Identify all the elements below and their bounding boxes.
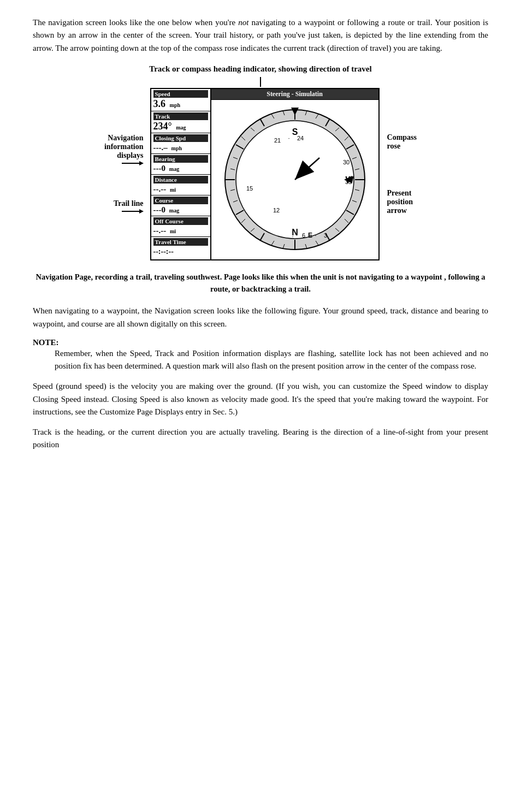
field-bearing-label: Bearing: [153, 155, 208, 163]
note-body: Remember, when the Speed, Track and Posi…: [55, 347, 488, 373]
field-travel-time: Travel Time --:--:--: [151, 237, 210, 258]
diagram-title: Track or compass heading indicator, show…: [33, 64, 488, 74]
trail-line-arrow: [122, 208, 144, 215]
nav-screen: Speed 3.6 mph Track 234° mag Closing Spd…: [150, 88, 380, 260]
compass-display: S N W E 21 · 24: [211, 100, 378, 259]
compass-num-24: 24: [297, 135, 303, 141]
field-track-label: Track: [153, 112, 208, 120]
field-travel-time-label: Travel Time: [153, 238, 208, 246]
field-off-course-label: Off Course: [153, 217, 208, 225]
field-course-value: ---0 mag: [153, 205, 180, 214]
field-bearing-unit: mag: [169, 166, 179, 172]
trail-line-text: Trail line: [114, 199, 144, 208]
compass-top-bar: Steering - Simulatin: [211, 89, 378, 100]
compass-e-label: E: [308, 232, 312, 239]
field-track-value: 234° mag: [153, 121, 186, 132]
note-section: NOTE: Remember, when the Speed, Track an…: [33, 338, 488, 373]
field-speed-label: Speed: [153, 90, 208, 98]
field-course-label: Course: [153, 197, 208, 204]
field-speed-value: 3.6 mph: [153, 98, 180, 109]
field-bearing-value: ---0 mag: [153, 164, 180, 173]
diagram-caption: Navigation Page, recording a trail, trav…: [33, 271, 488, 295]
compass-rose-text: Compassrose: [387, 133, 417, 150]
present-position-text: Presentpositionarrow: [387, 189, 413, 215]
field-distance-value: --.-- mi: [153, 185, 176, 193]
compass-num-30: 30: [342, 159, 349, 165]
right-labels: Compassrose Presentpositionarrow: [387, 133, 417, 215]
diagram-container: Navigationinformationdisplays Trail line: [33, 88, 488, 260]
field-course-unit: mag: [169, 208, 179, 214]
field-off-course: Off Course --.-- mi: [151, 216, 210, 237]
nav-compass-area: Steering - Simulatin: [211, 89, 378, 259]
field-distance-unit: mi: [170, 187, 176, 193]
compass-num-12: 12: [273, 207, 279, 214]
body-paragraph-3: Track is the heading, or the current dir…: [33, 426, 488, 452]
track-indicator: [33, 77, 488, 87]
compass-num-15: 15: [246, 185, 252, 192]
note-label: NOTE:: [33, 338, 488, 347]
field-off-course-unit: mi: [170, 228, 176, 234]
field-off-course-value: --.-- mi: [153, 226, 176, 235]
field-speed-unit: mph: [170, 102, 180, 108]
compass-rose-label: Compassrose: [387, 133, 417, 151]
trail-line-label: Trail line: [114, 199, 144, 215]
nav-info-panel: Speed 3.6 mph Track 234° mag Closing Spd…: [151, 89, 211, 259]
body-paragraph-1: When navigating to a waypoint, the Navig…: [33, 305, 488, 330]
field-closing-spd-label: Closing Spd: [153, 134, 208, 142]
svg-text:·: ·: [315, 232, 316, 239]
svg-text:·: ·: [288, 135, 289, 141]
field-distance-label: Distance: [153, 176, 208, 183]
field-closing-spd-value: ---.– mph: [153, 143, 182, 152]
nav-info-arrow: [122, 160, 144, 167]
compass-num-21: 21: [274, 137, 280, 144]
left-labels: Navigationinformationdisplays Trail line: [104, 134, 144, 215]
diagram-section: Track or compass heading indicator, show…: [33, 64, 488, 260]
svg-text:·: ·: [292, 233, 293, 240]
compass-num-3: 3: [323, 232, 327, 239]
field-track: Track 234° mag: [151, 111, 210, 134]
track-line-svg: [260, 77, 261, 87]
field-distance: Distance --.-- mi: [151, 175, 210, 195]
italic-not: not: [238, 18, 248, 27]
field-travel-time-value: --:--:--: [153, 247, 174, 256]
nav-info-text: Navigationinformationdisplays: [104, 134, 144, 159]
field-track-unit: mag: [176, 125, 186, 131]
field-course: Course ---0 mag: [151, 195, 210, 216]
nav-info-label: Navigationinformationdisplays: [104, 134, 144, 167]
present-position-label: Presentpositionarrow: [387, 189, 417, 215]
field-closing-spd-unit: mph: [171, 145, 182, 151]
field-speed: Speed 3.6 mph: [151, 89, 210, 111]
body-paragraph-2: Speed (ground speed) is the velocity you…: [33, 380, 488, 418]
field-closing-spd: Closing Spd ---.– mph: [151, 133, 210, 154]
intro-paragraph: The navigation screen looks like the one…: [33, 16, 488, 55]
svg-marker-4: [139, 209, 144, 214]
field-bearing: Bearing ---0 mag: [151, 154, 210, 175]
svg-marker-2: [139, 161, 144, 165]
compass-rose-svg: S N W E 21 · 24: [218, 103, 371, 256]
compass-num-6: 6: [301, 232, 305, 239]
